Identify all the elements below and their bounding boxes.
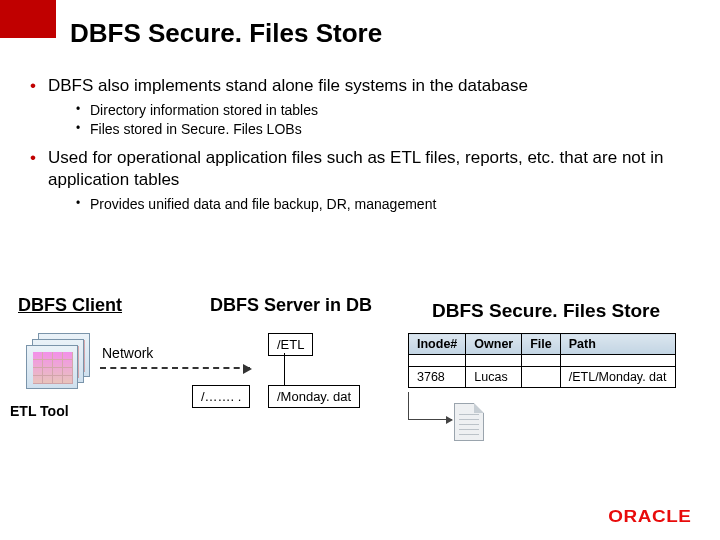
dbfs-server-heading: DBFS Server in DB xyxy=(210,295,372,316)
etl-tool-icon xyxy=(26,333,90,391)
network-arrow xyxy=(100,367,250,369)
securefiles-table: Inode# Owner File Path 3768 Lucas /ETL/M… xyxy=(408,333,676,388)
dbfs-store-heading: DBFS Secure. Files Store xyxy=(432,300,660,322)
th-path: Path xyxy=(560,334,675,355)
folder-dots-box: /……. . xyxy=(192,385,250,408)
bullet-1a: Directory information stored in tables xyxy=(76,101,690,120)
row-to-doc-arrow xyxy=(408,419,452,420)
dbfs-client-heading: DBFS Client xyxy=(18,295,122,316)
bullet-content: DBFS also implements stand alone file sy… xyxy=(30,75,690,222)
bullet-1: DBFS also implements stand alone file sy… xyxy=(30,75,690,139)
td-file xyxy=(522,367,561,388)
oracle-logo: ORACLE xyxy=(609,508,692,526)
file-monday-box: /Monday. dat xyxy=(268,385,360,408)
bullet-2-text: Used for operational application files s… xyxy=(48,148,663,189)
td-inode: 3768 xyxy=(409,367,466,388)
table-header-row: Inode# Owner File Path xyxy=(409,334,676,355)
table-empty-row xyxy=(409,355,676,367)
table-data-row: 3768 Lucas /ETL/Monday. dat xyxy=(409,367,676,388)
td-path: /ETL/Monday. dat xyxy=(560,367,675,388)
bullet-2: Used for operational application files s… xyxy=(30,147,690,214)
th-owner: Owner xyxy=(466,334,522,355)
bullet-1b: Files stored in Secure. Files LOBs xyxy=(76,120,690,139)
folder-etl-box: /ETL xyxy=(268,333,313,356)
td-owner: Lucas xyxy=(466,367,522,388)
brand-red-block xyxy=(0,0,56,38)
diagram-area: DBFS Client DBFS Server in DB DBFS Secur… xyxy=(0,295,720,540)
bullet-1-text: DBFS also implements stand alone file sy… xyxy=(48,76,528,95)
slide-title: DBFS Secure. Files Store xyxy=(70,18,382,49)
bullet-2a: Provides unified data and file backup, D… xyxy=(76,195,690,214)
th-file: File xyxy=(522,334,561,355)
folder-connector xyxy=(284,353,285,385)
etl-tool-label: ETL Tool xyxy=(10,403,69,419)
th-inode: Inode# xyxy=(409,334,466,355)
document-icon xyxy=(454,403,484,441)
network-label: Network xyxy=(102,345,153,361)
